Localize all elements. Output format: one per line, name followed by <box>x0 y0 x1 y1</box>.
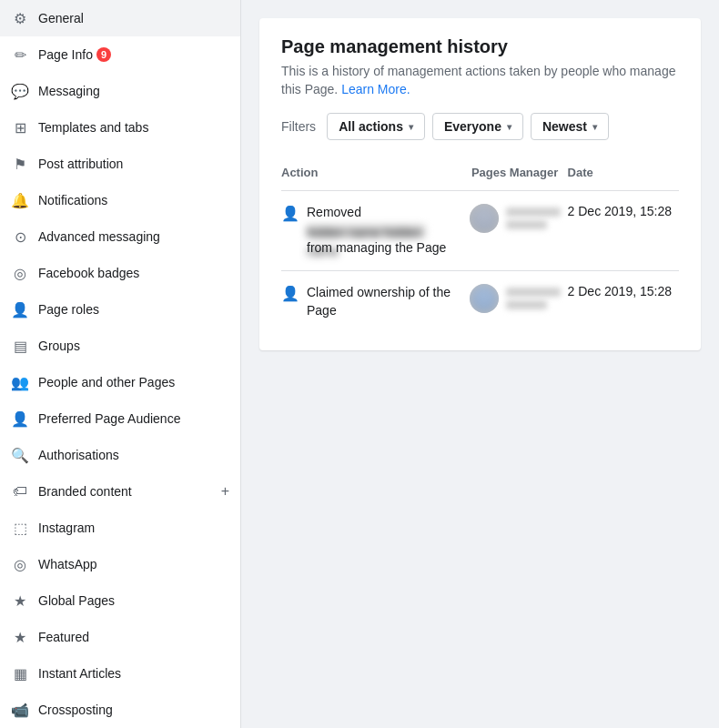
sidebar-item-instant-articles[interactable]: ▦Instant Articles <box>0 655 240 692</box>
action-cell-1: 👤Removed hidden name hidden namefrom man… <box>281 191 470 271</box>
history-table: ActionPages ManagerDate 👤Removed hidden … <box>281 158 679 332</box>
action-user-icon-1: 👤 <box>281 205 299 222</box>
sidebar-item-page-info[interactable]: ✏Page Info9 <box>0 36 240 73</box>
table-header-pages-manager: Pages Manager <box>470 158 568 191</box>
manager-name-lines-1 <box>506 204 561 229</box>
filter-btn-newest[interactable]: Newest▾ <box>531 113 609 140</box>
action-text-1: Removed hidden name hidden namefrom mana… <box>307 204 462 258</box>
date-cell-1: 2 Dec 2019, 15:28 <box>568 191 679 271</box>
sidebar-item-label-authorisations: Authorisations <box>38 448 119 462</box>
crossposting-icon: 📹 <box>11 701 29 719</box>
table-row: 👤Removed hidden name hidden namefrom man… <box>281 191 679 271</box>
page-info-icon: ✏ <box>11 46 29 64</box>
global-pages-icon: ★ <box>11 592 29 610</box>
groups-icon: ▤ <box>11 337 29 355</box>
featured-icon: ★ <box>11 628 29 646</box>
sidebar-item-label-featured: Featured <box>38 630 89 644</box>
sidebar-item-authorisations[interactable]: 🔍Authorisations <box>0 437 240 473</box>
sidebar-item-facebook-badges[interactable]: ◎Facebook badges <box>0 255 240 291</box>
instant-articles-icon: ▦ <box>11 664 29 682</box>
messaging-icon: 💬 <box>11 82 29 100</box>
people-and-other-pages-icon: 👥 <box>11 373 29 391</box>
learn-more-link[interactable]: Learn More. <box>341 82 410 96</box>
sidebar-item-crossposting[interactable]: 📹Crossposting <box>0 692 240 728</box>
sidebar-item-page-roles[interactable]: 👤Page roles <box>0 291 240 328</box>
sidebar-item-label-facebook-badges: Facebook badges <box>38 266 139 280</box>
filter-btn-everyone[interactable]: Everyone▾ <box>432 113 523 140</box>
plus-icon-branded-content[interactable]: + <box>221 483 229 500</box>
preferred-page-audience-icon: 👤 <box>11 410 29 428</box>
action-cell-2: 👤Claimed ownership of the Page <box>281 270 470 332</box>
authorisations-icon: 🔍 <box>11 446 29 464</box>
sidebar-item-label-instant-articles: Instant Articles <box>38 666 121 681</box>
facebook-badges-icon: ◎ <box>11 264 29 282</box>
sidebar-item-general[interactable]: ⚙General <box>0 0 240 36</box>
table-header-row: ActionPages ManagerDate <box>281 158 679 191</box>
sidebar-item-global-pages[interactable]: ★Global Pages <box>0 582 240 619</box>
sidebar-item-label-people-and-other-pages: People and other Pages <box>38 375 175 389</box>
page-title: Page management history <box>281 36 679 57</box>
filters-label: Filters <box>281 119 316 134</box>
table-header: ActionPages ManagerDate <box>281 158 679 191</box>
table-row: 👤Claimed ownership of the Page2 Dec 2019… <box>281 270 679 332</box>
table-header-action: Action <box>281 158 470 191</box>
chevron-down-icon-all-actions: ▾ <box>409 122 413 132</box>
sidebar-item-groups[interactable]: ▤Groups <box>0 328 240 364</box>
sidebar-item-label-page-roles: Page roles <box>38 302 99 317</box>
filters-row: Filters All actions▾Everyone▾Newest▾ <box>281 113 679 140</box>
sidebar-item-post-attribution[interactable]: ⚑Post attribution <box>0 146 240 182</box>
filter-btn-all-actions[interactable]: All actions▾ <box>327 113 425 140</box>
whatsapp-icon: ◎ <box>11 555 29 573</box>
chevron-down-icon-everyone: ▾ <box>507 122 511 132</box>
sidebar-item-label-notifications: Notifications <box>38 193 107 207</box>
sidebar-item-label-post-attribution: Post attribution <box>38 157 123 171</box>
filter-label-everyone: Everyone <box>444 119 501 134</box>
avatar-2 <box>470 284 499 313</box>
table-header-date: Date <box>568 158 679 191</box>
instagram-icon: ⬚ <box>11 519 29 537</box>
blurred-name-1: hidden name hidden name <box>307 225 425 238</box>
sidebar-item-label-page-info: Page Info <box>38 47 93 62</box>
manager-cell-1 <box>470 191 568 271</box>
post-attribution-icon: ⚑ <box>11 155 29 173</box>
sidebar-item-label-crossposting: Crossposting <box>38 703 113 717</box>
sidebar-item-people-and-other-pages[interactable]: 👥People and other Pages <box>0 364 240 400</box>
branded-content-icon: 🏷 <box>11 482 29 500</box>
table-body: 👤Removed hidden name hidden namefrom man… <box>281 191 679 332</box>
sidebar-item-advanced-messaging[interactable]: ⊙Advanced messaging <box>0 218 240 255</box>
action-user-icon-2: 👤 <box>281 285 299 302</box>
sidebar-item-templates-and-tabs[interactable]: ⊞Templates and tabs <box>0 109 240 146</box>
sidebar-item-label-instagram: Instagram <box>38 521 95 535</box>
action-text-2: Claimed ownership of the Page <box>307 284 462 319</box>
sidebar-item-preferred-page-audience[interactable]: 👤Preferred Page Audience <box>0 400 240 437</box>
chevron-down-icon-newest: ▾ <box>592 122 597 132</box>
sidebar-item-notifications[interactable]: 🔔Notifications <box>0 182 240 218</box>
card-description: This is a history of management actions … <box>281 63 679 98</box>
notifications-icon: 🔔 <box>11 191 29 209</box>
sidebar-item-label-advanced-messaging: Advanced messaging <box>38 229 160 244</box>
templates-and-tabs-icon: ⊞ <box>11 118 29 136</box>
sidebar-item-instagram[interactable]: ⬚Instagram <box>0 510 240 546</box>
advanced-messaging-icon: ⊙ <box>11 228 29 246</box>
sidebar-item-label-branded-content: Branded content <box>38 484 132 499</box>
sidebar-item-label-whatsapp: WhatsApp <box>38 557 97 571</box>
content-card: Page management history This is a histor… <box>259 18 701 350</box>
date-cell-2: 2 Dec 2019, 15:28 <box>568 270 679 332</box>
avatar-1 <box>470 204 499 233</box>
sidebar-item-branded-content[interactable]: 🏷Branded content+ <box>0 473 240 510</box>
filter-label-all-actions: All actions <box>339 119 403 134</box>
sidebar-item-label-preferred-page-audience: Preferred Page Audience <box>38 411 180 426</box>
manager-name-lines-2 <box>506 284 561 309</box>
sidebar-item-label-global-pages: Global Pages <box>38 593 115 608</box>
sidebar-item-messaging[interactable]: 💬Messaging <box>0 73 240 109</box>
general-icon: ⚙ <box>11 9 29 27</box>
sidebar-item-featured[interactable]: ★Featured <box>0 619 240 655</box>
sidebar: ⚙General✏Page Info9💬Messaging⊞Templates … <box>0 0 241 728</box>
page-roles-icon: 👤 <box>11 300 29 318</box>
sidebar-item-label-messaging: Messaging <box>38 84 100 98</box>
sidebar-item-whatsapp[interactable]: ◎WhatsApp <box>0 546 240 582</box>
badge-page-info: 9 <box>96 47 111 62</box>
sidebar-item-label-templates-and-tabs: Templates and tabs <box>38 120 148 135</box>
sidebar-item-label-general: General <box>38 11 84 25</box>
sidebar-item-label-groups: Groups <box>38 339 80 353</box>
